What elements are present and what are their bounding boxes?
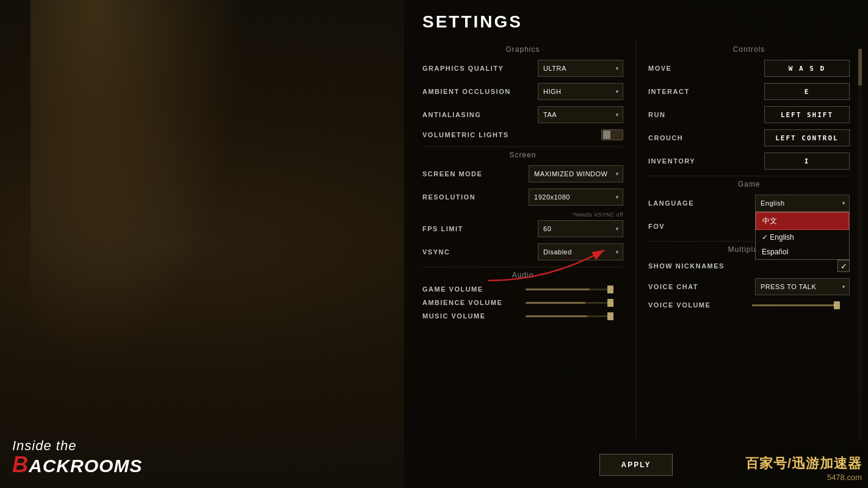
watermark: 百家号/迅游加速器 5478.com xyxy=(745,454,862,482)
fps-dropdown[interactable]: 60 xyxy=(538,220,623,237)
resolution-row: RESOLUTION 1920x1080 xyxy=(422,188,623,206)
ambience-volume-fill xyxy=(526,302,585,304)
page-title: SETTINGS xyxy=(422,12,850,32)
scrollbar-track xyxy=(858,49,862,439)
music-volume-thumb xyxy=(607,312,613,320)
settings-panel: SETTINGS Graphics GRAPHICS QUALITY ULTRA… xyxy=(404,0,868,488)
aa-dropdown-wrapper: TAA xyxy=(538,106,623,123)
language-dropdown-open: 中文 English Español xyxy=(755,212,850,260)
screen-mode-label: SCREEN MODE xyxy=(422,170,482,178)
language-label: LANGUAGE xyxy=(648,199,694,207)
game-volume-track[interactable] xyxy=(526,289,611,290)
crouch-key[interactable]: LEFT CONTROL xyxy=(764,129,850,146)
graphics-divider xyxy=(422,146,623,147)
antialiasing-label: ANTIALIASING xyxy=(422,111,481,118)
voice-volume-thumb xyxy=(834,301,840,309)
voice-chat-row: VOICE CHAT PRESS TO TALK xyxy=(648,278,850,295)
music-volume-label: MUSIC VOLUME xyxy=(422,312,486,320)
vsync-row: VSYNC Disabled xyxy=(422,243,623,260)
graphics-quality-row: GRAPHICS QUALITY ULTRA xyxy=(422,60,623,77)
logo-b: B xyxy=(12,452,29,477)
left-column: Graphics GRAPHICS QUALITY ULTRA AMBIENT … xyxy=(422,41,636,438)
run-row: RUN LEFT SHIFT xyxy=(648,106,850,123)
language-select-wrapper: English xyxy=(755,195,850,212)
aa-dropdown[interactable]: TAA xyxy=(538,106,623,123)
resolution-dropdown[interactable]: 1920x1080 xyxy=(529,188,623,206)
music-volume-row: MUSIC VOLUME xyxy=(422,312,623,320)
audio-section-header: Audio xyxy=(422,271,623,279)
show-nicknames-row: SHOW NICKNAMES ✓ xyxy=(648,260,850,272)
vsync-dropdown-wrapper: Disabled xyxy=(538,243,623,260)
music-volume-slider-container xyxy=(526,315,623,317)
music-volume-track[interactable] xyxy=(526,315,611,317)
logo-line2: BACKROOMS xyxy=(12,454,142,476)
language-row: LANGUAGE English 中文 English Español xyxy=(648,195,850,212)
crouch-row: CROUCH LEFT CONTROL xyxy=(648,129,850,146)
apply-button[interactable]: APPLY xyxy=(599,454,673,476)
screen-mode-dropdown-wrapper: MAXIMIZED WINDOW xyxy=(529,165,623,182)
ambient-occlusion-label: AMBIENT OCCLUSION xyxy=(422,88,511,95)
interact-key[interactable]: E xyxy=(764,83,850,100)
graphics-quality-label: GRAPHICS QUALITY xyxy=(422,65,504,72)
fps-dropdown-wrapper: 60 xyxy=(538,220,623,237)
fps-limit-label: FPS LIMIT xyxy=(422,225,463,232)
fps-limit-row: FPS LIMIT 60 xyxy=(422,220,623,237)
voice-volume-label: VOICE VOLUME xyxy=(648,301,711,309)
logo-line1: Inside the xyxy=(12,438,142,454)
run-label: RUN xyxy=(648,111,665,118)
volumetric-lights-label: VOLUMETRIC LIGHTS xyxy=(422,131,509,138)
vsync-dropdown[interactable]: Disabled xyxy=(538,243,623,260)
watermark-top: 百家号/迅游加速器 xyxy=(745,454,862,473)
interact-label: INTERACT xyxy=(648,88,690,95)
right-column: Controls MOVE W A S D INTERACT E RUN LEF… xyxy=(636,41,850,438)
ao-dropdown[interactable]: HIGH xyxy=(538,83,623,100)
inventory-row: INVENTORY I xyxy=(648,152,850,170)
voice-chat-dropdown-wrapper: PRESS TO TALK xyxy=(755,278,850,295)
lang-option-english[interactable]: English xyxy=(756,230,849,245)
game-section-header: Game xyxy=(648,180,850,188)
screen-divider xyxy=(422,267,623,267)
resolution-label: RESOLUTION xyxy=(422,193,476,201)
voice-chat-dropdown[interactable]: PRESS TO TALK xyxy=(755,278,850,295)
vsync-label: VSYNC xyxy=(422,248,450,256)
inventory-key[interactable]: I xyxy=(764,152,850,170)
resolution-dropdown-wrapper: 1920x1080 xyxy=(529,188,623,206)
lang-option-chinese[interactable]: 中文 xyxy=(756,212,849,230)
volumetric-lights-toggle[interactable] xyxy=(601,129,623,140)
ambience-volume-slider-container xyxy=(526,302,623,304)
controls-section-header: Controls xyxy=(648,45,850,54)
move-key[interactable]: W A S D xyxy=(764,60,850,77)
language-dropdown-wrapper: English 中文 English Español xyxy=(755,195,850,212)
ambience-volume-track[interactable] xyxy=(526,302,611,304)
game-volume-row: GAME VOLUME xyxy=(422,285,623,293)
fov-label: FOV xyxy=(648,223,665,230)
voice-volume-track[interactable] xyxy=(752,304,837,306)
ambience-volume-thumb xyxy=(607,299,613,307)
lang-option-spanish[interactable]: Español xyxy=(756,245,849,259)
antialiasing-row: ANTIALIASING TAA xyxy=(422,106,623,123)
show-nicknames-label: SHOW NICKNAMES xyxy=(648,262,725,270)
toggle-knob xyxy=(603,131,610,139)
interact-row: INTERACT E xyxy=(648,83,850,100)
graphics-quality-dropdown-wrapper: ULTRA xyxy=(538,60,623,77)
voice-volume-row: VOICE VOLUME xyxy=(648,301,850,309)
move-row: MOVE W A S D xyxy=(648,60,850,77)
logo-rest: ACKROOMS xyxy=(29,456,142,476)
screen-mode-dropdown[interactable]: MAXIMIZED WINDOW xyxy=(529,165,623,182)
language-dropdown[interactable]: English xyxy=(755,195,850,212)
ao-dropdown-wrapper: HIGH xyxy=(538,83,623,100)
show-nicknames-checkbox[interactable]: ✓ xyxy=(837,260,850,272)
inventory-label: INVENTORY xyxy=(648,157,695,165)
graphics-quality-dropdown[interactable]: ULTRA xyxy=(538,60,623,77)
music-volume-fill xyxy=(526,315,587,317)
voice-volume-slider-container xyxy=(752,304,850,306)
game-volume-slider-container xyxy=(526,289,623,290)
game-volume-fill xyxy=(526,289,590,290)
scrollbar-thumb[interactable] xyxy=(858,49,862,85)
watermark-bottom: 5478.com xyxy=(827,473,862,482)
ambience-volume-label: AMBIENCE VOLUME xyxy=(422,299,502,306)
volumetric-lights-row: VOLUMETRIC LIGHTS xyxy=(422,129,623,140)
game-logo: Inside the BACKROOMS xyxy=(12,438,142,476)
crouch-label: CROUCH xyxy=(648,134,683,142)
run-key[interactable]: LEFT SHIFT xyxy=(764,106,850,123)
